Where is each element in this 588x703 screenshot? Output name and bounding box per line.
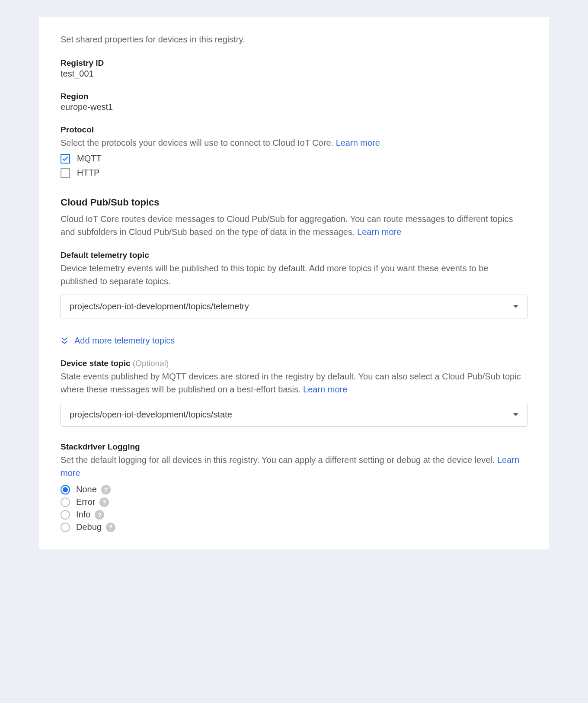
telemetry-label: Default telemetry topic [61,250,527,260]
intro-text: Set shared properties for devices in thi… [61,35,527,45]
logging-option-error[interactable]: Error ? [61,497,527,507]
logging-description: Set the default logging for all devices … [61,453,527,479]
state-topic-optional: (Optional) [133,359,169,368]
registry-id-label: Registry ID [61,58,527,68]
logging-description-text: Set the default logging for all devices … [61,455,497,465]
state-topic-label-text: Device state topic [61,359,133,368]
state-topic-description: State events published by MQTT devices a… [61,370,527,396]
protocol-description-text: Select the protocols your devices will u… [61,138,336,148]
logging-options: None ? Error ? Info ? Debug ? [61,485,527,532]
protocol-description: Select the protocols your devices will u… [61,136,527,149]
help-icon[interactable]: ? [106,523,115,532]
radio-error[interactable] [61,498,70,507]
add-more-telemetry-button[interactable]: Add more telemetry topics [61,336,527,346]
protocol-option-http-label: HTTP [77,168,99,178]
logging-option-error-label: Error [76,497,95,507]
protocol-option-mqtt-label: MQTT [77,154,102,164]
protocol-option-http[interactable]: HTTP [61,168,527,178]
protocol-option-mqtt[interactable]: MQTT [61,154,527,164]
checkmark-icon [61,155,69,163]
chevron-down-icon [513,413,518,416]
telemetry-topic-select[interactable]: projects/open-iot-development/topics/tel… [61,295,527,318]
help-icon[interactable]: ? [101,485,111,494]
pubsub-heading: Cloud Pub/Sub topics [61,197,527,208]
registry-id-value: test_001 [61,69,527,79]
checkbox-http[interactable] [61,168,70,178]
telemetry-topic-value: projects/open-iot-development/topics/tel… [70,302,249,311]
help-icon[interactable]: ? [95,510,104,520]
protocol-block: Protocol Select the protocols your devic… [61,125,527,178]
logging-option-info[interactable]: Info ? [61,510,527,520]
logging-option-debug[interactable]: Debug ? [61,522,527,532]
radio-debug[interactable] [61,523,70,532]
state-topic-description-text: State events published by MQTT devices a… [61,372,521,394]
logging-option-none[interactable]: None ? [61,485,527,494]
radio-info[interactable] [61,510,70,520]
double-chevron-down-icon [61,337,68,345]
add-more-telemetry-label: Add more telemetry topics [74,336,175,346]
state-topic-value: projects/open-iot-development/topics/sta… [70,410,232,420]
pubsub-description-text: Cloud IoT Core routes device messages to… [61,214,513,237]
checkbox-mqtt[interactable] [61,154,70,164]
region-value: europe-west1 [61,102,527,112]
region-block: Region europe-west1 [61,92,527,112]
pubsub-learn-more-link[interactable]: Learn more [357,227,401,237]
chevron-down-icon [513,305,518,308]
logging-option-none-label: None [76,485,97,494]
logging-label: Stackdriver Logging [61,442,527,452]
state-topic-select[interactable]: projects/open-iot-development/topics/sta… [61,403,527,427]
logging-option-info-label: Info [76,510,90,520]
pubsub-description: Cloud IoT Core routes device messages to… [61,212,527,238]
telemetry-description: Device telemetry events will be publishe… [61,262,527,288]
state-topic-label: Device state topic (Optional) [61,359,527,368]
help-icon[interactable]: ? [99,498,109,507]
region-label: Region [61,92,527,101]
state-topic-learn-more-link[interactable]: Learn more [303,385,347,394]
radio-none[interactable] [61,485,70,494]
protocol-label: Protocol [61,125,527,135]
logging-option-debug-label: Debug [76,522,102,532]
protocol-options: MQTT HTTP [61,154,527,178]
registry-settings-card: Set shared properties for devices in thi… [39,17,549,549]
protocol-learn-more-link[interactable]: Learn more [336,138,380,148]
registry-id-block: Registry ID test_001 [61,58,527,79]
